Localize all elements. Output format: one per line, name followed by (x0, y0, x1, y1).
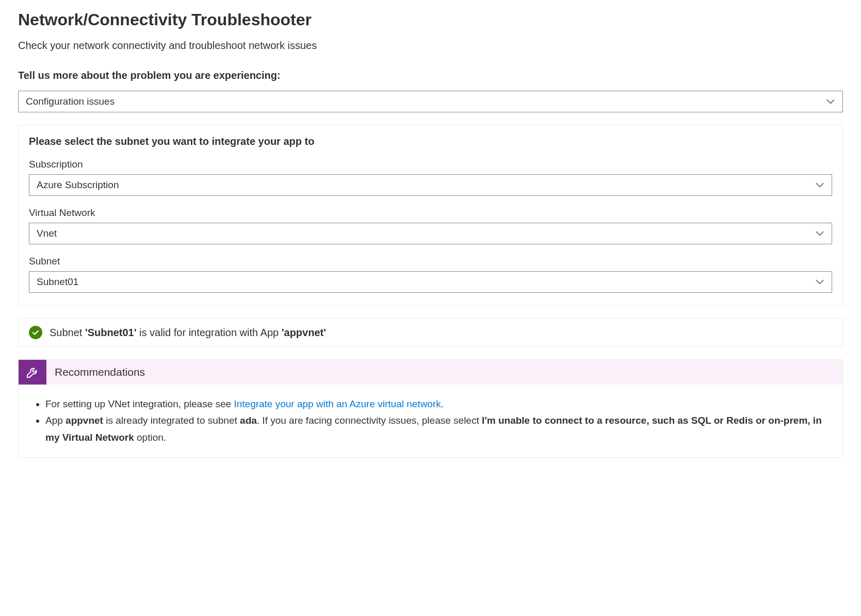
vnet-dropdown[interactable]: Vnet (29, 223, 832, 244)
chevron-down-icon (815, 277, 824, 287)
validation-status: Subnet 'Subnet01' is valid for integrati… (18, 318, 843, 347)
check-circle-icon (29, 326, 42, 339)
vnet-integration-link[interactable]: Integrate your app with an Azure virtual… (234, 398, 441, 409)
subscription-label: Subscription (29, 159, 832, 170)
recommendation-item: App appvnet is already integrated to sub… (45, 412, 828, 446)
subnet-dropdown[interactable]: Subnet01 (29, 271, 832, 293)
chevron-down-icon (826, 97, 835, 106)
vnet-label: Virtual Network (29, 207, 832, 219)
chevron-down-icon (815, 229, 824, 238)
rec2-t2: is already integrated to subnet (103, 415, 240, 426)
subnet-selection-panel: Please select the subnet you want to int… (18, 125, 843, 306)
recommendations-body: For setting up VNet integration, please … (19, 385, 842, 457)
wrench-icon (19, 360, 46, 385)
problem-dropdown[interactable]: Configuration issues (18, 91, 843, 112)
subnet-panel-heading: Please select the subnet you want to int… (29, 136, 832, 147)
rec2-t1: App (45, 415, 66, 426)
problem-prompt-label: Tell us more about the problem you are e… (18, 70, 843, 81)
rec2-t3: . If you are facing connectivity issues,… (257, 415, 482, 426)
rec2-t4: option. (134, 432, 166, 443)
status-app-name: 'appvnet' (282, 327, 326, 338)
page-subtitle: Check your network connectivity and trou… (18, 40, 843, 52)
recommendations-header: Recommendations (19, 360, 842, 385)
recommendations-title: Recommendations (46, 360, 153, 385)
rec2-b1: appvnet (66, 415, 103, 426)
status-prefix: Subnet (50, 327, 85, 338)
subnet-label: Subnet (29, 256, 832, 267)
problem-dropdown-value: Configuration issues (26, 96, 115, 107)
subscription-dropdown-value: Azure Subscription (37, 179, 119, 191)
validation-status-text: Subnet 'Subnet01' is valid for integrati… (50, 327, 326, 339)
rec1-post: . (441, 398, 444, 409)
status-middle: is valid for integration with App (136, 327, 281, 338)
recommendations-section: Recommendations For setting up VNet inte… (18, 359, 843, 458)
vnet-dropdown-value: Vnet (37, 228, 57, 239)
subscription-dropdown[interactable]: Azure Subscription (29, 174, 832, 196)
chevron-down-icon (815, 180, 824, 190)
rec1-pre: For setting up VNet integration, please … (45, 398, 234, 409)
page-title: Network/Connectivity Troubleshooter (18, 10, 843, 29)
subnet-dropdown-value: Subnet01 (37, 276, 78, 288)
status-subnet-name: 'Subnet01' (85, 327, 137, 338)
rec2-b2: ada (240, 415, 257, 426)
recommendation-item: For setting up VNet integration, please … (45, 396, 828, 412)
